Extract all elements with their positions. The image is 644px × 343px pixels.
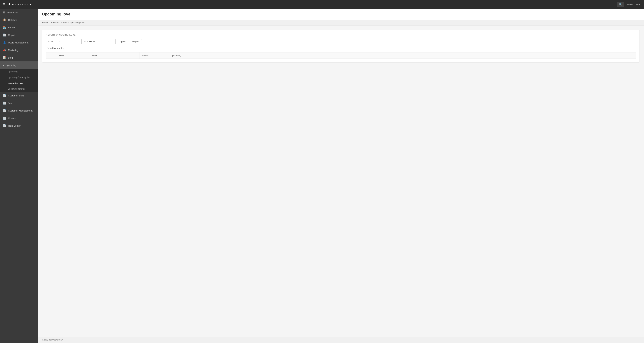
sidebar-item-label: Contest xyxy=(8,117,16,120)
user-menu[interactable]: Hieu xyxy=(636,3,641,6)
breadcrumb-separator: / xyxy=(61,21,62,24)
customer-mgmt-icon: 📄 xyxy=(3,109,6,112)
breadcrumb: Home / Subscribe / Report Upcoming Love xyxy=(38,20,644,25)
report-section-title: REPORT UPCOMING LOVE xyxy=(46,33,636,36)
sidebar-item-report[interactable]: 📄 Report xyxy=(0,31,38,39)
sidebar-item-blog[interactable]: 📝 Blog xyxy=(0,54,38,61)
sidebar-sub-item-upcoming-love[interactable]: › Upcoming love xyxy=(0,80,38,86)
sidebar: ⊞ Dashboard 📋 Catalogs 🏪 Vendor 📄 Report… xyxy=(0,9,38,343)
hamburger-icon[interactable]: ☰ xyxy=(3,3,6,6)
marketing-icon: 📣 xyxy=(3,48,6,52)
table-col-email: Email xyxy=(89,52,140,59)
sidebar-item-customer-management[interactable]: 📄 Customer Management xyxy=(0,107,38,114)
sidebar-item-dashboard[interactable]: ⊞ Dashboard xyxy=(0,9,38,16)
report-section: REPORT UPCOMING LOVE Apply Export Report… xyxy=(42,30,640,62)
contest-icon: 📄 xyxy=(3,117,6,120)
sidebar-item-label: Customer Management xyxy=(8,109,32,112)
sidebar-item-label: Marketing xyxy=(8,49,18,51)
sidebar-item-label: Report xyxy=(8,34,15,36)
sidebar-item-label: Dashboard xyxy=(7,11,18,14)
logo-text: autonomous xyxy=(12,2,31,6)
sidebar-sub-item-upcoming-subscription[interactable]: › Upcoming Subscription xyxy=(0,74,38,80)
breadcrumb-subscribe[interactable]: Subscribe xyxy=(50,21,60,24)
topnav: ☰ ✦ autonomous 🔍 en-US Hieu xyxy=(0,0,644,9)
sidebar-sub-label: Upcoming referral xyxy=(8,88,25,90)
data-table: Date Email Status Upcoming xyxy=(46,52,636,59)
sidebar-item-label: Help Center xyxy=(8,124,20,127)
sidebar-sub-label: Upcoming xyxy=(8,70,18,73)
logo: ✦ autonomous xyxy=(8,2,31,7)
sidebar-item-help-center[interactable]: 📄 Help Center xyxy=(0,122,38,129)
footer-text: © 2020 AUTONOMOUS xyxy=(42,339,63,341)
report-by-month-row: Report by month: xyxy=(46,47,636,49)
sidebar-sub-label: Upcoming Subscription xyxy=(8,76,30,79)
sidebar-item-vendor[interactable]: 🏪 Vendor xyxy=(0,24,38,31)
filter-row: Apply Export xyxy=(46,39,636,44)
sidebar-sub-item-upcoming-referral[interactable]: › Upcoming referral xyxy=(0,86,38,92)
help-center-icon: 📄 xyxy=(3,124,6,127)
sidebar-item-customer-story[interactable]: 📄 Customer Story xyxy=(0,92,38,99)
sidebar-item-job[interactable]: 📄 Job xyxy=(0,99,38,107)
page-header: Upcoming love xyxy=(38,9,644,20)
sidebar-sub-item-upcoming[interactable]: › Upcoming xyxy=(0,69,38,74)
vendor-icon: 🏪 xyxy=(3,26,6,29)
table-col-status: Status xyxy=(140,52,168,59)
page-title: Upcoming love xyxy=(42,12,640,16)
language-selector[interactable]: en-US xyxy=(627,3,634,6)
sidebar-item-users-management[interactable]: 👤 Users Management xyxy=(0,39,38,46)
customer-story-icon: 📄 xyxy=(3,94,6,97)
table-col-date: Date xyxy=(57,52,89,59)
chevron-right-icon: › xyxy=(6,82,6,84)
chevron-right-icon: › xyxy=(6,76,6,78)
sidebar-item-contest[interactable]: 📄 Contest xyxy=(0,114,38,122)
users-icon: 👤 xyxy=(3,41,6,44)
chevron-right-icon: › xyxy=(6,71,6,73)
date-to-input[interactable] xyxy=(82,39,116,44)
footer: © 2020 AUTONOMOUS xyxy=(38,337,644,343)
export-button[interactable]: Export xyxy=(130,39,142,44)
report-by-month-checkbox[interactable] xyxy=(65,47,67,49)
sidebar-item-label: Customer Story xyxy=(8,94,24,97)
breadcrumb-home[interactable]: Home xyxy=(42,21,48,24)
sidebar-item-label: Blog xyxy=(8,56,13,59)
job-icon: 📄 xyxy=(3,101,6,105)
report-icon: 📄 xyxy=(3,33,6,37)
table-col-upcoming: Upcoming xyxy=(168,52,636,59)
sidebar-item-marketing[interactable]: 📣 Marketing xyxy=(0,46,38,54)
breadcrumb-current: Report Upcoming Love xyxy=(63,21,85,24)
breadcrumb-separator: / xyxy=(49,21,50,24)
sidebar-item-catalogs[interactable]: 📋 Catalogs xyxy=(0,16,38,24)
apply-button[interactable]: Apply xyxy=(117,39,128,44)
upcoming-icon: ▪ xyxy=(3,63,4,67)
sidebar-sub-label: Upcoming love xyxy=(8,82,23,84)
sidebar-item-label: Catalogs xyxy=(8,19,17,21)
main-content: Upcoming love Home / Subscribe / Report … xyxy=(38,9,644,343)
date-from-input[interactable] xyxy=(46,39,80,44)
sidebar-item-label: Vendor xyxy=(8,26,16,29)
sidebar-item-label: Job xyxy=(8,102,12,104)
logo-icon: ✦ xyxy=(8,2,11,7)
dashboard-icon: ⊞ xyxy=(3,11,5,14)
report-by-month-label: Report by month: xyxy=(46,47,64,49)
blog-icon: 📝 xyxy=(3,56,6,59)
catalogs-icon: 📋 xyxy=(3,18,6,21)
search-button[interactable]: 🔍 xyxy=(617,2,624,7)
sidebar-item-label: Upcoming xyxy=(6,64,16,66)
content-area: REPORT UPCOMING LOVE Apply Export Report… xyxy=(38,25,644,337)
sidebar-item-label: Users Management xyxy=(8,41,28,44)
sidebar-item-upcoming[interactable]: ▪ Upcoming xyxy=(0,61,38,69)
table-col-num xyxy=(46,52,57,59)
chevron-right-icon: › xyxy=(6,88,6,90)
